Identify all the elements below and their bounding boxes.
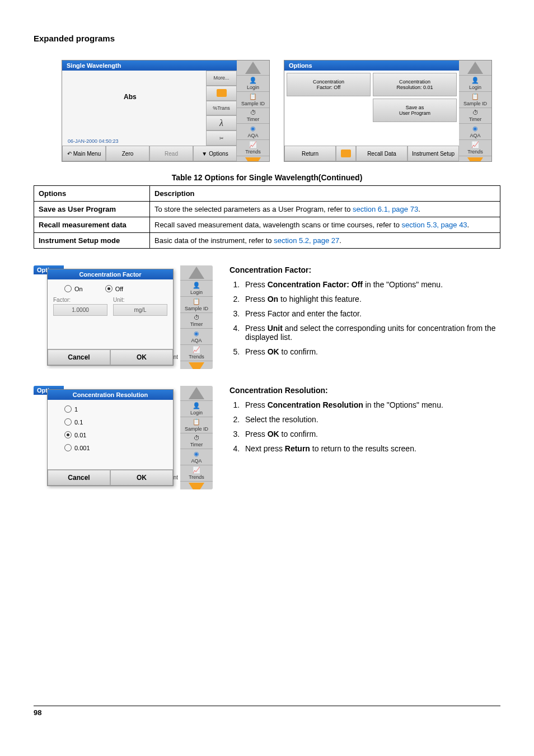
scroll-down[interactable] <box>237 156 269 162</box>
concentration-factor-cell[interactable]: ConcentrationFactor: Off <box>287 73 371 96</box>
radio-icon <box>64 405 72 413</box>
aqa-button[interactable]: ◉AQA <box>459 124 491 140</box>
sample-id-button[interactable]: 📋Sample ID <box>180 297 213 313</box>
table-row: Instrument Setup mode Basic data of the … <box>34 233 500 249</box>
radio-0-01[interactable]: 0.01 <box>64 431 167 438</box>
single-wavelength-screen: Single Wavelength Abs 06-JAN-2000 04:50:… <box>62 60 270 162</box>
back-arrow-icon: ↶ <box>67 151 72 157</box>
unit-label: Unit: <box>113 297 125 303</box>
link-section-5-3[interactable]: section 5.3, page 43 <box>402 221 467 229</box>
timer-button[interactable]: ⏱Timer <box>180 433 213 449</box>
aqa-button[interactable]: ◉AQA <box>237 124 269 140</box>
login-button[interactable]: 👤Login <box>237 76 269 92</box>
timer-icon: ⏱ <box>194 314 200 321</box>
options-button[interactable]: ▼Options <box>193 146 237 161</box>
timer-button[interactable]: ⏱Timer <box>180 313 213 329</box>
target-icon: ◉ <box>194 450 199 458</box>
zero-button[interactable]: Zero <box>106 146 149 161</box>
screenshots-row: Single Wavelength Abs 06-JAN-2000 04:50:… <box>62 60 500 162</box>
scroll-up[interactable] <box>237 60 269 76</box>
list-item: Press OK to confirm. <box>242 430 500 438</box>
recall-data-button[interactable]: Recall Data <box>356 146 407 161</box>
folder-icon <box>341 150 351 157</box>
clipboard-icon: 📋 <box>193 298 200 305</box>
aqa-button[interactable]: ◉AQA <box>180 449 213 465</box>
login-button[interactable]: 👤Login <box>459 76 491 92</box>
down-triangle-icon <box>189 483 204 489</box>
scroll-down[interactable] <box>180 482 213 489</box>
lambda-button[interactable]: λ <box>206 115 237 130</box>
options-screen: Options ConcentrationFactor: Off Concent… <box>284 60 492 162</box>
save-user-program-cell[interactable]: Save asUser Program <box>373 99 457 122</box>
scroll-up[interactable] <box>180 265 213 281</box>
target-icon: ◉ <box>472 125 478 132</box>
folder-icon <box>217 89 227 97</box>
link-section-6-1[interactable]: section 6.1, page 73 <box>353 205 418 213</box>
timer-button[interactable]: ⏱Timer <box>237 108 269 124</box>
concentration-resolution-cell[interactable]: ConcentrationResolution: 0.01 <box>373 73 457 96</box>
up-triangle-icon <box>467 62 483 74</box>
more-button[interactable]: More... <box>206 71 237 86</box>
return-button[interactable]: Return <box>284 146 336 161</box>
clipboard-icon: 📋 <box>471 93 479 100</box>
radio-on[interactable]: On <box>64 285 83 292</box>
radio-off[interactable]: Off <box>105 285 123 292</box>
dialog-title: Concentration Factor <box>48 269 173 279</box>
login-button[interactable]: 👤Login <box>180 401 213 417</box>
instrument-setup-button[interactable]: Instrument Setup <box>407 146 459 161</box>
radio-icon <box>64 444 72 451</box>
list-item: Press Concentration Factor: Off in the "… <box>242 280 500 289</box>
clipboard-icon: 📋 <box>249 93 257 100</box>
radio-icon <box>64 418 72 426</box>
sample-id-button[interactable]: 📋Sample ID <box>459 92 491 108</box>
folder-button[interactable] <box>336 146 356 161</box>
col-header-options: Options <box>34 186 150 202</box>
trends-button[interactable]: 📈Trends <box>180 345 213 361</box>
link-section-5-2[interactable]: section 5.2, page 27 <box>274 236 339 245</box>
section-heading: Expanded programs <box>34 34 500 43</box>
radio-1[interactable]: 1 <box>64 405 167 413</box>
timer-button[interactable]: ⏱Timer <box>459 108 491 124</box>
folder-button[interactable] <box>206 86 237 101</box>
unit-field[interactable]: mg/L <box>113 304 167 316</box>
person-icon: 👤 <box>193 402 200 409</box>
up-triangle-icon <box>245 62 261 74</box>
chart-icon: 📈 <box>249 141 257 148</box>
factor-label: Factor: <box>53 297 71 303</box>
scroll-up[interactable] <box>180 386 213 401</box>
cancel-button[interactable]: Cancel <box>48 349 110 365</box>
page-number: 98 <box>34 706 500 717</box>
factor-field[interactable]: 1.0000 <box>53 304 107 316</box>
timer-icon: ⏱ <box>250 109 256 116</box>
person-icon: 👤 <box>249 77 257 84</box>
scroll-up[interactable] <box>459 60 491 76</box>
clipboard-icon: 📋 <box>193 418 200 426</box>
scroll-down[interactable] <box>459 156 491 162</box>
trans-button[interactable]: %Trans <box>206 101 237 116</box>
login-button[interactable]: 👤Login <box>180 281 213 297</box>
sample-id-button[interactable]: 📋Sample ID <box>237 92 269 108</box>
abs-label: Abs <box>124 93 137 101</box>
radio-0-1[interactable]: 0.1 <box>64 418 167 426</box>
concentration-resolution-screen: Options 👤Login 📋Sample ID ⏱Timer ◉AQA 📈T… <box>34 386 213 489</box>
aqa-button[interactable]: ◉AQA <box>180 329 213 345</box>
down-triangle-icon: ▼ <box>202 151 207 157</box>
ok-button[interactable]: OK <box>110 349 173 365</box>
main-menu-button[interactable]: ↶Main Menu <box>62 146 106 161</box>
timestamp: 06-JAN-2000 04:50:23 <box>68 138 119 144</box>
trends-button[interactable]: 📈Trends <box>180 465 213 482</box>
scissors-button[interactable]: ✂ <box>206 130 237 146</box>
scissors-icon: ✂ <box>219 136 224 141</box>
list-item: Press Factor and enter the factor. <box>242 309 500 318</box>
list-item: Press OK to confirm. <box>242 347 500 356</box>
target-icon: ◉ <box>194 330 199 337</box>
trends-button[interactable]: 📈Trends <box>237 140 269 156</box>
read-button[interactable]: Read <box>149 146 193 161</box>
ok-button[interactable]: OK <box>110 470 173 486</box>
trends-button[interactable]: 📈Trends <box>459 140 491 156</box>
list-item: Press Concentration Resolution in the "O… <box>242 400 500 409</box>
cancel-button[interactable]: Cancel <box>48 470 110 486</box>
sample-id-button[interactable]: 📋Sample ID <box>180 417 213 433</box>
scroll-down[interactable] <box>180 361 213 369</box>
radio-0-001[interactable]: 0.001 <box>64 444 167 451</box>
